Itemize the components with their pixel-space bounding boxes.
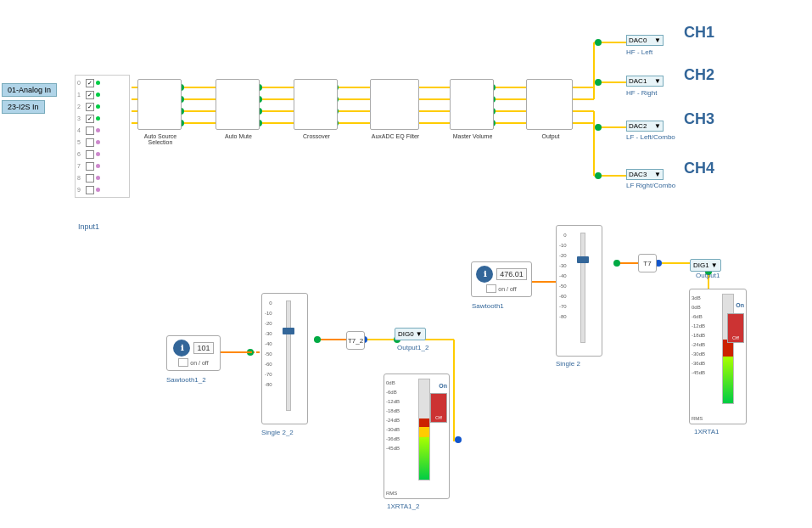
sawtooth1-value: 476.01 xyxy=(496,268,527,280)
svg-point-78 xyxy=(613,260,620,267)
ch2-label: CH2 xyxy=(684,66,714,84)
auxadc-eq-label: AuxADC EQ Filter xyxy=(365,133,426,139)
rms1-2-block[interactable]: 0dB-6dB-12dB-18dB-24dB-30dB-36dB-45dB On… xyxy=(384,374,450,499)
single2-2-block[interactable]: 0-10-20-30-40-50-60-70-80 xyxy=(261,293,308,424)
ch2-sublabel: HF - Right xyxy=(626,89,657,97)
ch2-checkbox[interactable]: ✓ xyxy=(86,103,94,111)
ch1-sublabel: HF - Left xyxy=(626,48,652,56)
single2-label: Single 2 xyxy=(556,360,580,368)
input1-label: Input1 xyxy=(78,222,99,231)
rms1-bottom-label: RMS xyxy=(692,416,703,421)
t7-block[interactable]: T7 xyxy=(638,254,657,272)
sawtooth1-2-block[interactable]: ℹ 101 on / off xyxy=(166,335,221,371)
crossover-block[interactable] xyxy=(294,79,338,130)
ch1-checkbox[interactable]: ✓ xyxy=(86,91,94,99)
auto-mute-block[interactable] xyxy=(216,79,260,130)
rms1-2-toggle[interactable]: Off xyxy=(430,393,447,423)
ch3-checkbox[interactable]: ✓ xyxy=(86,115,94,123)
sawtooth1-name: Sawtooth1 xyxy=(472,302,504,310)
svg-point-62 xyxy=(595,124,602,131)
sawtooth1-onoff-label: on / off xyxy=(498,286,516,292)
ch3-label: CH3 xyxy=(684,110,714,128)
rms1-name: 1XRTA1 xyxy=(694,428,720,435)
ch5-checkbox[interactable] xyxy=(86,138,94,147)
sawtooth1-2-name: Sawtooth1_2 xyxy=(166,376,206,384)
auto-source-label: Auto Source Selection xyxy=(134,133,187,145)
ch4-checkbox[interactable] xyxy=(86,126,94,135)
sawtooth1-2-icon: ℹ xyxy=(173,340,190,357)
ch7-checkbox[interactable] xyxy=(86,162,94,171)
auto-source-block[interactable] xyxy=(137,79,182,130)
svg-point-74 xyxy=(455,436,462,443)
svg-point-60 xyxy=(595,39,602,46)
single2-2-fader[interactable] xyxy=(283,328,294,334)
master-vol-label: Master Volume xyxy=(445,133,501,139)
sawtooth1-2-onoff-box[interactable] xyxy=(178,358,188,367)
ch9-checkbox[interactable] xyxy=(86,186,94,194)
master-vol-block[interactable] xyxy=(450,79,494,130)
output-top-block[interactable] xyxy=(526,79,573,130)
output1-block[interactable]: DIG1 ▼ xyxy=(690,259,721,272)
ch6-checkbox[interactable] xyxy=(86,150,94,159)
svg-point-63 xyxy=(595,172,602,179)
ch4-dac-select[interactable]: DAC3 ▼ xyxy=(626,169,664,180)
i2s-in-button[interactable]: 23-I2S In xyxy=(2,100,45,114)
rms1-2-name: 1XRTA1_2 xyxy=(387,503,419,510)
output1-label: Output1 xyxy=(696,272,720,279)
svg-point-65 xyxy=(247,349,254,356)
sawtooth1-2-onoff-label: on / off xyxy=(190,360,208,366)
ch1-label: CH1 xyxy=(684,24,714,42)
input1-block: 0 ✓ 1 ✓ 2 ✓ 3 ✓ 4 xyxy=(75,75,130,198)
output1-2-label: Output1_2 xyxy=(397,344,428,351)
ch8-checkbox[interactable] xyxy=(86,174,94,183)
output-top-label: Output xyxy=(529,133,572,139)
rms1-toggle[interactable]: Off xyxy=(727,313,744,343)
ch1-dac-select[interactable]: DAC0 ▼ xyxy=(626,35,664,46)
single2-block[interactable]: 0-10-20-30-40-50-60-70-80 xyxy=(556,225,602,357)
sawtooth1-icon: ℹ xyxy=(476,266,493,283)
single2-fader[interactable] xyxy=(577,256,589,263)
output1-2-block[interactable]: DIG0 ▼ xyxy=(395,328,426,340)
main-canvas: 01-Analog In 23-I2S In 0 ✓ 1 ✓ 2 ✓ 3 xyxy=(0,0,812,528)
svg-point-67 xyxy=(314,336,321,343)
ch3-sublabel: LF - Left/Combo xyxy=(626,133,675,141)
ch3-dac-select[interactable]: DAC2 ▼ xyxy=(626,121,664,132)
ch2-dac-select[interactable]: DAC1 ▼ xyxy=(626,76,664,87)
rms1-block[interactable]: 3dB0dB-6dB-12dB-18dB-24dB-30dB-36dB-45dB… xyxy=(689,289,747,424)
auto-mute-label: Auto Mute xyxy=(212,133,265,139)
sawtooth1-2-value: 101 xyxy=(193,342,213,354)
single2-2-label: Single 2_2 xyxy=(261,429,294,436)
auxadc-eq-block[interactable] xyxy=(370,79,419,130)
crossover-label: Crossover xyxy=(287,133,346,139)
sawtooth1-block[interactable]: ℹ 476.01 on / off xyxy=(471,261,532,297)
ch0-checkbox[interactable]: ✓ xyxy=(86,79,94,87)
sawtooth1-onoff-box[interactable] xyxy=(486,284,496,293)
analog-in-button[interactable]: 01-Analog In xyxy=(2,83,57,97)
rms1-2-bottom-label: RMS xyxy=(386,491,397,496)
ch4-sublabel: LF Right/Combo xyxy=(626,182,675,189)
svg-point-61 xyxy=(595,79,602,86)
t7-2-block[interactable]: T7_2 xyxy=(346,331,365,350)
ch4-label: CH4 xyxy=(684,160,714,177)
